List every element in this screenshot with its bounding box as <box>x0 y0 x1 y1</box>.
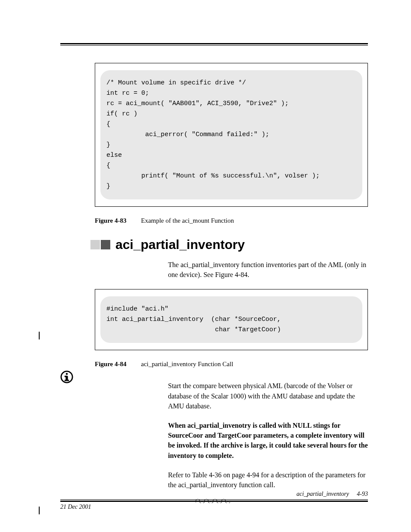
figure-caption-83: Figure 4-83 Example of the aci_mount Fun… <box>95 217 368 224</box>
intro-paragraph: The aci_partial_inventory function inven… <box>168 260 368 280</box>
footer-wiggle-icon <box>196 498 230 503</box>
change-bar-icon <box>39 507 40 514</box>
heading-square-light-icon <box>90 240 100 249</box>
footer-rule <box>60 499 368 502</box>
section-heading-row: aci_partial_inventory <box>90 237 368 252</box>
figure-caption-84: Figure 4-84 aci_partial_inventory Functi… <box>95 361 368 368</box>
paragraph-warning: When aci_partial_invenotry is called wit… <box>168 420 368 460</box>
page: /* Mount volume in specific drive */ int… <box>0 0 411 490</box>
code-box-1: /* Mount volume in specific drive */ int… <box>95 63 368 207</box>
svg-rect-4 <box>65 380 69 381</box>
footer-top-row: aci_partial_inventory 4-93 <box>60 491 368 498</box>
paragraph-refer: Refer to Table 4-36 on page 4-94 for a d… <box>168 470 368 490</box>
content-area: /* Mount volume in specific drive */ int… <box>95 63 368 490</box>
footer-page-number: 4-93 <box>357 491 368 498</box>
figure-text-83: Example of the aci_mount Function <box>141 217 234 224</box>
figure-label-84: Figure 4-84 <box>95 361 126 367</box>
change-bar-icon <box>39 332 40 339</box>
code-block-2: #include "aci.h" int aci_partial_invento… <box>100 296 362 343</box>
svg-rect-3 <box>65 376 67 377</box>
svg-point-1 <box>66 373 68 375</box>
code-block-1: /* Mount volume in specific drive */ int… <box>100 70 362 199</box>
footer-date: 21 Dec 2001 <box>60 504 368 510</box>
section-title: aci_partial_inventory <box>115 237 245 252</box>
footer-section-title: aci_partial_inventory <box>296 491 349 498</box>
code-box-2: #include "aci.h" int aci_partial_invento… <box>95 289 368 350</box>
figure-text-84: aci_partial_inventory Function Call <box>141 361 233 367</box>
page-footer: aci_partial_inventory 4-93 21 Dec 2001 <box>60 491 368 510</box>
heading-square-dark-icon <box>101 240 110 249</box>
info-icon <box>60 370 73 383</box>
paragraph-compare: Start the compare between physical AML (… <box>168 381 368 411</box>
header-rule <box>60 43 368 46</box>
figure-label-83: Figure 4-83 <box>95 217 126 224</box>
